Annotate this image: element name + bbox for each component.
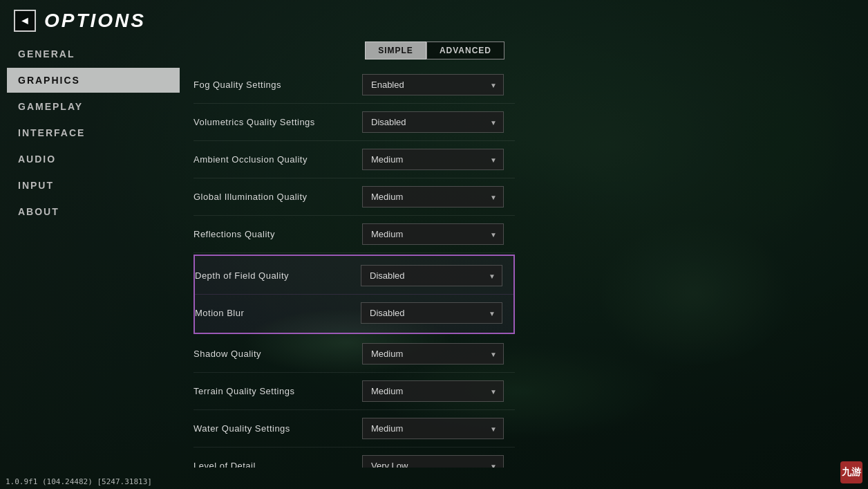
highlight-box: Depth of Field QualityDisabledVery LowLo… bbox=[194, 255, 515, 334]
header: ◄ OPTIONS bbox=[0, 0, 868, 41]
tab-bar: SIMPLEADVANCED bbox=[194, 41, 518, 66]
dropdown-wrapper-water-quality: DisabledVery LowLowMediumHighVery High bbox=[362, 418, 504, 439]
setting-label-motion-blur: Motion Blur bbox=[195, 308, 354, 318]
sidebar: GENERALGRAPHICSGAMEPLAYINTERFACEAUDIOINP… bbox=[0, 41, 187, 489]
watermark-logo: 九游 bbox=[840, 461, 862, 483]
sidebar-item-graphics[interactable]: GRAPHICS bbox=[7, 68, 180, 93]
setting-label-water-quality: Water Quality Settings bbox=[194, 423, 355, 434]
setting-row-ambient-occlusion: Ambient Occlusion QualityDisabledVery Lo… bbox=[194, 141, 515, 178]
dropdown-wrapper-shadow-quality: DisabledVery LowLowMediumHighVery High bbox=[362, 343, 504, 365]
page-title: OPTIONS bbox=[44, 10, 146, 32]
dropdown-depth-of-field[interactable]: DisabledVery LowLowMediumHighVery High bbox=[361, 265, 502, 286]
sidebar-item-about[interactable]: ABOUT bbox=[7, 199, 180, 224]
settings-panel: SIMPLEADVANCED Fog Quality SettingsDisab… bbox=[187, 41, 518, 489]
sidebar-item-audio[interactable]: AUDIO bbox=[7, 147, 180, 172]
setting-label-level-of-detail: Level of Detail bbox=[194, 461, 355, 468]
dropdown-wrapper-volumetrics-quality: DisabledVery LowLowMediumHighVery High bbox=[362, 111, 504, 133]
setting-row-fog-quality: Fog Quality SettingsDisabledEnabled bbox=[194, 66, 515, 104]
dropdown-ambient-occlusion[interactable]: DisabledVery LowLowMediumHighVery High bbox=[362, 149, 504, 170]
sidebar-item-general[interactable]: GENERAL bbox=[7, 41, 180, 66]
setting-row-depth-of-field: Depth of Field QualityDisabledVery LowLo… bbox=[195, 257, 513, 295]
dropdown-shadow-quality[interactable]: DisabledVery LowLowMediumHighVery High bbox=[362, 343, 504, 365]
dropdown-wrapper-depth-of-field: DisabledVery LowLowMediumHighVery High bbox=[361, 265, 502, 286]
tab-advanced[interactable]: ADVANCED bbox=[426, 41, 504, 59]
setting-row-volumetrics-quality: Volumetrics Quality SettingsDisabledVery… bbox=[194, 104, 515, 141]
dropdown-level-of-detail[interactable]: Very LowLowMediumHighVery High bbox=[362, 455, 504, 468]
settings-list: Fog Quality SettingsDisabledEnabledVolum… bbox=[194, 66, 518, 468]
setting-label-ambient-occlusion: Ambient Occlusion Quality bbox=[194, 154, 355, 165]
setting-row-global-illumination: Global Illumination QualityDisabledVery … bbox=[194, 178, 515, 216]
dropdown-wrapper-reflections-quality: DisabledVery LowLowMediumHighVery High bbox=[362, 223, 504, 245]
sidebar-item-gameplay[interactable]: GAMEPLAY bbox=[7, 94, 180, 119]
setting-row-water-quality: Water Quality SettingsDisabledVery LowLo… bbox=[194, 410, 515, 448]
setting-label-volumetrics-quality: Volumetrics Quality Settings bbox=[194, 117, 355, 127]
dropdown-water-quality[interactable]: DisabledVery LowLowMediumHighVery High bbox=[362, 418, 504, 439]
setting-row-shadow-quality: Shadow QualityDisabledVery LowLowMediumH… bbox=[194, 335, 515, 373]
main-content: GENERALGRAPHICSGAMEPLAYINTERFACEAUDIOINP… bbox=[0, 41, 868, 489]
dropdown-wrapper-level-of-detail: Very LowLowMediumHighVery High bbox=[362, 455, 504, 468]
watermark: 九游 bbox=[840, 461, 862, 483]
setting-label-shadow-quality: Shadow Quality bbox=[194, 349, 355, 359]
dropdown-wrapper-terrain-quality: DisabledVery LowLowMediumHighVery High bbox=[362, 380, 504, 402]
dropdown-wrapper-global-illumination: DisabledVery LowLowMediumHighVery High bbox=[362, 186, 504, 207]
setting-row-reflections-quality: Reflections QualityDisabledVery LowLowMe… bbox=[194, 216, 515, 253]
dropdown-wrapper-fog-quality: DisabledEnabled bbox=[362, 74, 504, 95]
sidebar-item-input[interactable]: INPUT bbox=[7, 173, 180, 198]
setting-label-global-illumination: Global Illumination Quality bbox=[194, 192, 355, 202]
dropdown-fog-quality[interactable]: DisabledEnabled bbox=[362, 74, 504, 95]
setting-label-depth-of-field: Depth of Field Quality bbox=[195, 270, 354, 281]
status-bar: 1.0.9f1 (104.24482) [5247.31813] bbox=[6, 477, 152, 486]
back-button[interactable]: ◄ bbox=[14, 10, 36, 32]
dropdown-reflections-quality[interactable]: DisabledVery LowLowMediumHighVery High bbox=[362, 223, 504, 245]
tab-simple[interactable]: SIMPLE bbox=[365, 41, 426, 59]
dropdown-global-illumination[interactable]: DisabledVery LowLowMediumHighVery High bbox=[362, 186, 504, 207]
dropdown-volumetrics-quality[interactable]: DisabledVery LowLowMediumHighVery High bbox=[362, 111, 504, 133]
setting-label-reflections-quality: Reflections Quality bbox=[194, 229, 355, 239]
sidebar-item-interface[interactable]: INTERFACE bbox=[7, 120, 180, 145]
dropdown-wrapper-motion-blur: DisabledVery LowLowMediumHighVery High bbox=[361, 302, 502, 324]
version-status: 1.0.9f1 (104.24482) [5247.31813] bbox=[6, 477, 152, 486]
setting-row-level-of-detail: Level of DetailVery LowLowMediumHighVery… bbox=[194, 448, 515, 468]
setting-row-terrain-quality: Terrain Quality SettingsDisabledVery Low… bbox=[194, 373, 515, 410]
setting-label-terrain-quality: Terrain Quality Settings bbox=[194, 386, 355, 396]
dropdown-wrapper-ambient-occlusion: DisabledVery LowLowMediumHighVery High bbox=[362, 149, 504, 170]
setting-row-motion-blur: Motion BlurDisabledVery LowLowMediumHigh… bbox=[195, 295, 513, 331]
dropdown-motion-blur[interactable]: DisabledVery LowLowMediumHighVery High bbox=[361, 302, 502, 324]
dropdown-terrain-quality[interactable]: DisabledVery LowLowMediumHighVery High bbox=[362, 380, 504, 402]
setting-label-fog-quality: Fog Quality Settings bbox=[194, 80, 355, 90]
